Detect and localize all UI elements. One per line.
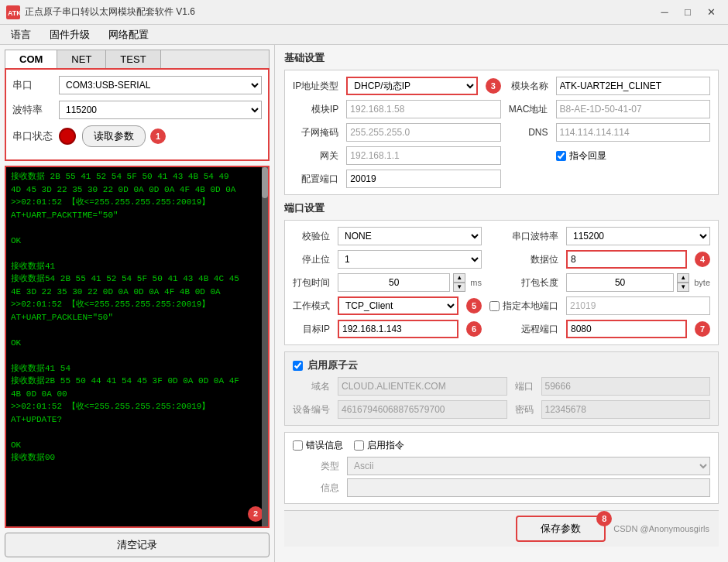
remote-port-label: 远程端口 xyxy=(489,323,558,336)
password-label: 密码 xyxy=(515,403,534,416)
work-mode-select[interactable]: TCP_Client xyxy=(338,296,458,315)
config-port-input[interactable] xyxy=(346,170,500,188)
badge-2: 2 xyxy=(248,506,263,522)
status-label: 串口状态 xyxy=(12,129,59,143)
pack-len-group: ▲ ▼ byte xyxy=(566,273,710,292)
serial-label: 串口 xyxy=(12,78,59,92)
port-settings-grid: 校验位 NONE 串口波特率 115200 停止位 1 数据位 xyxy=(293,227,710,338)
menu-network[interactable]: 网络配置 xyxy=(101,26,156,43)
pack-time-down[interactable]: ▼ xyxy=(453,283,465,292)
data-bits-label: 数据位 xyxy=(489,253,558,266)
cloud-title: 启用原子云 xyxy=(307,358,358,372)
baud-rate-label: 串口波特率 xyxy=(489,230,558,243)
badge-6: 6 xyxy=(466,321,482,337)
log-section: 接收数据 2B 55 41 52 54 5F 50 41 43 4B 54 49… xyxy=(5,166,270,528)
window-controls: ─ □ ✕ xyxy=(654,4,722,21)
read-params-button[interactable]: 读取参数 xyxy=(82,125,146,147)
tab-test[interactable]: TEST xyxy=(106,50,160,68)
password-input[interactable] xyxy=(541,400,711,419)
port-settings-title: 端口设置 xyxy=(284,201,719,215)
tab-com[interactable]: COM xyxy=(5,50,57,69)
pack-time-up[interactable]: ▲ xyxy=(453,273,465,283)
basic-settings-grid: IP地址类型 DHCP/动态IP 3 模块名称 模块IP MAC地址 xyxy=(293,77,710,188)
serial-select[interactable]: COM3:USB-SERIAL xyxy=(59,76,262,94)
ip-type-select[interactable]: DHCP/动态IP xyxy=(346,77,477,95)
status-row: 串口状态 读取参数 1 xyxy=(12,125,262,147)
restore-button[interactable]: □ xyxy=(677,4,699,21)
save-params-button[interactable]: 保存参数 8 xyxy=(516,516,606,542)
basic-settings-box: IP地址类型 DHCP/动态IP 3 模块名称 模块IP MAC地址 xyxy=(284,70,719,195)
left-panel: COM NET TEST 串口 COM3:USB-SERIAL 波特率 1152… xyxy=(0,45,275,562)
cmd-grid: 类型 Ascii 信息 xyxy=(293,457,710,497)
pack-len-label: 打包长度 xyxy=(489,276,558,290)
local-port-input[interactable] xyxy=(566,296,710,315)
title-bar: ATK 正点原子串口转以太网模块配套软件 V1.6 ─ □ ✕ xyxy=(0,0,728,25)
port-settings-section: 端口设置 校验位 NONE 串口波特率 115200 停止位 1 xyxy=(284,201,719,345)
gateway-input[interactable] xyxy=(346,146,500,165)
target-ip-label: 目标IP xyxy=(293,323,330,336)
enable-cmd-checkbox[interactable] xyxy=(354,440,364,451)
cloud-port-input[interactable] xyxy=(541,377,711,396)
baudrate-select[interactable]: 115200 xyxy=(59,101,262,119)
module-name-label: 模块名称 xyxy=(509,80,548,93)
scrollbar-track[interactable] xyxy=(262,167,268,526)
baud-rate-select[interactable]: 115200 xyxy=(566,227,710,245)
mac-input[interactable] xyxy=(556,100,711,118)
work-mode-label: 工作模式 xyxy=(293,300,330,313)
module-name-input[interactable] xyxy=(556,77,711,95)
parity-label: 校验位 xyxy=(293,230,330,243)
badge-3: 3 xyxy=(486,78,501,94)
minimize-button[interactable]: ─ xyxy=(654,4,675,21)
cloud-grid: 域名 端口 设备编号 密码 xyxy=(293,377,710,419)
type-select[interactable]: Ascii xyxy=(347,457,710,475)
domain-label: 域名 xyxy=(293,380,330,393)
subnet-input[interactable] xyxy=(346,123,500,142)
remote-port-input[interactable] xyxy=(566,320,687,338)
device-id-input[interactable] xyxy=(338,400,507,419)
type-label: 类型 xyxy=(293,460,339,473)
basic-settings-section: 基础设置 IP地址类型 DHCP/动态IP 3 模块名称 模块IP xyxy=(284,51,719,195)
gateway-label: 网关 xyxy=(293,149,338,163)
cloud-checkbox[interactable] xyxy=(293,361,303,371)
device-id-label: 设备编号 xyxy=(293,403,330,416)
app-icon: ATK xyxy=(6,5,20,19)
pack-time-unit: ms xyxy=(470,278,482,287)
parity-select[interactable]: NONE xyxy=(338,227,482,245)
cmd-echo-text: 指令回显 xyxy=(569,149,606,163)
badge-7: 7 xyxy=(695,321,710,337)
target-ip-input[interactable] xyxy=(338,320,458,338)
tab-net[interactable]: NET xyxy=(57,50,106,68)
error-info-checkbox[interactable] xyxy=(293,440,303,451)
stop-bit-select[interactable]: 1 xyxy=(338,250,482,269)
pack-len-unit: byte xyxy=(694,278,710,287)
menu-firmware[interactable]: 固件升级 xyxy=(42,26,98,43)
badge-4: 4 xyxy=(695,252,710,267)
pack-time-spinners: ▲ ▼ xyxy=(453,273,465,292)
main-content: COM NET TEST 串口 COM3:USB-SERIAL 波特率 1152… xyxy=(0,45,728,562)
menu-language[interactable]: 语言 xyxy=(3,26,39,43)
domain-input[interactable] xyxy=(338,377,507,396)
dns-input[interactable] xyxy=(556,123,711,142)
window-title: 正点原子串口转以太网模块配套软件 V1.6 xyxy=(25,5,654,19)
pack-time-input[interactable] xyxy=(338,273,450,292)
local-port-label: 指定本地端口 xyxy=(489,300,558,313)
right-panel: 基础设置 IP地址类型 DHCP/动态IP 3 模块名称 模块IP xyxy=(275,45,728,562)
local-port-checkbox[interactable] xyxy=(489,301,500,311)
clear-log-button[interactable]: 清空记录 xyxy=(5,533,270,557)
port-settings-box: 校验位 NONE 串口波特率 115200 停止位 1 数据位 xyxy=(284,220,719,345)
stop-bit-label: 停止位 xyxy=(293,253,330,266)
close-button[interactable]: ✕ xyxy=(700,4,722,21)
pack-len-down[interactable]: ▼ xyxy=(677,283,689,292)
data-bits-input[interactable] xyxy=(566,250,687,269)
info-input[interactable] xyxy=(347,478,710,497)
local-port-text: 指定本地端口 xyxy=(503,300,558,313)
pack-len-up[interactable]: ▲ xyxy=(677,273,689,283)
menu-bar: 语言 固件升级 网络配置 xyxy=(0,25,728,45)
scrollbar-thumb[interactable] xyxy=(262,167,268,198)
cmd-echo-checkbox[interactable] xyxy=(556,151,566,161)
cmd-echo-row: 指令回显 xyxy=(556,149,711,163)
pack-len-input[interactable] xyxy=(566,273,674,292)
log-text: 接收数据 2B 55 41 52 54 5F 50 41 43 4B 54 49… xyxy=(11,170,263,464)
dns-label: DNS xyxy=(509,127,548,138)
module-ip-input[interactable] xyxy=(346,100,500,118)
